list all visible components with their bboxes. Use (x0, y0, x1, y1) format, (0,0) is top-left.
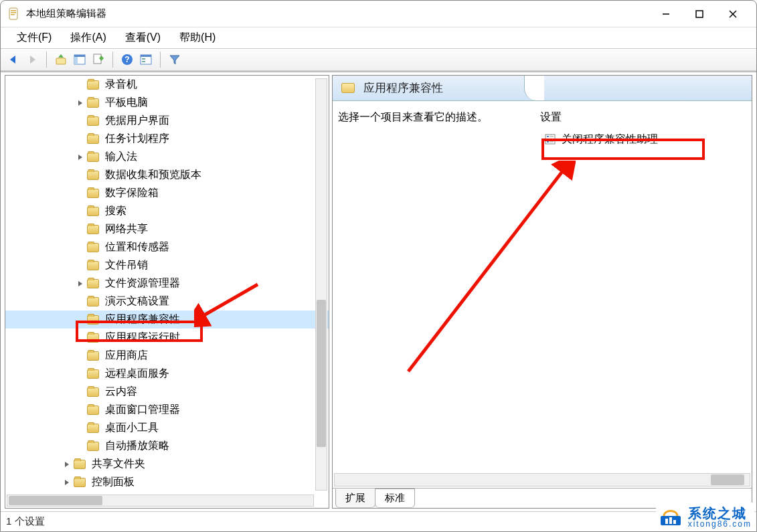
menu-file[interactable]: 文件(F) (7, 28, 61, 48)
svg-rect-20 (547, 136, 549, 137)
tree-item[interactable]: 凭据用户界面 (5, 112, 329, 130)
svg-rect-25 (550, 141, 554, 143)
tree-item[interactable]: 文件吊销 (5, 256, 329, 274)
details-header: 应用程序兼容性 (333, 76, 752, 101)
tree-item[interactable]: 搜索 (5, 202, 329, 220)
tree-item[interactable]: 控制面板 (5, 473, 329, 491)
folder-icon (86, 133, 100, 145)
watermark: 系统之城 xitong86.com (656, 503, 754, 529)
tree-item-label: 控制面板 (92, 475, 135, 489)
expand-icon[interactable] (76, 98, 85, 108)
tree-item[interactable]: 网络共享 (5, 220, 329, 238)
tree-item[interactable]: 应用商店 (5, 347, 329, 365)
tree-item-label: 桌面窗口管理器 (105, 403, 180, 417)
tree-item[interactable]: 桌面小工具 (5, 419, 329, 437)
tree-item-label: 文件吊销 (105, 258, 148, 272)
svg-rect-17 (142, 58, 145, 60)
svg-rect-10 (74, 55, 85, 57)
tree-item[interactable]: 云内容 (5, 383, 329, 401)
svg-rect-21 (547, 139, 549, 140)
tree-item[interactable]: 桌面窗口管理器 (5, 401, 329, 419)
tab-extended[interactable]: 扩展 (335, 489, 375, 508)
tree-item-label: 平板电脑 (105, 96, 148, 110)
app-icon (7, 7, 19, 21)
tree-item[interactable]: 共享文件夹 (5, 455, 329, 473)
folder-icon (86, 205, 100, 217)
folder-icon (86, 187, 100, 199)
menu-help[interactable]: 帮助(H) (170, 28, 225, 48)
tree-item-label: 网络共享 (105, 222, 148, 236)
menubar: 文件(F) 操作(A) 查看(V) 帮助(H) (1, 27, 756, 49)
scrollbar-thumb[interactable] (317, 300, 326, 447)
scrollbar-thumb[interactable] (711, 474, 744, 485)
export-button[interactable] (90, 51, 107, 68)
filter-button[interactable] (166, 51, 183, 68)
tree-item[interactable]: 位置和传感器 (5, 238, 329, 256)
expand-icon[interactable] (76, 279, 85, 288)
svg-rect-30 (669, 517, 672, 524)
menu-view[interactable]: 查看(V) (116, 28, 170, 48)
column-header-setting[interactable]: 设置 (540, 110, 562, 124)
tree-item[interactable]: 自动播放策略 (5, 437, 329, 455)
tree-item[interactable]: 文件资源管理器 (5, 274, 329, 292)
help-button[interactable]: ? (118, 51, 136, 68)
horizontal-scrollbar[interactable] (7, 495, 314, 507)
expand-icon[interactable] (76, 153, 85, 162)
back-button[interactable] (5, 51, 22, 68)
tree-item-label: 桌面小工具 (105, 421, 159, 435)
folder-icon (341, 82, 355, 95)
tree-item-label: 输入法 (105, 150, 137, 164)
close-button[interactable] (716, 4, 750, 24)
folder-icon (86, 115, 100, 127)
svg-rect-22 (547, 141, 549, 143)
folder-icon (86, 169, 100, 181)
watermark-url: xitong86.com (688, 520, 752, 528)
folder-icon (86, 151, 100, 163)
folder-icon (73, 476, 86, 489)
tab-standard[interactable]: 标准 (375, 489, 415, 508)
tree-item[interactable]: 应用程序运行时 (5, 329, 329, 347)
svg-rect-1 (11, 10, 16, 11)
properties-button[interactable] (137, 51, 155, 68)
expand-icon[interactable] (62, 460, 72, 469)
tree-item-label: 应用程序兼容性 (105, 313, 180, 327)
policy-setting-item[interactable]: 关闭程序兼容性助理 (540, 130, 662, 148)
forward-button[interactable] (23, 51, 41, 68)
description-text: 选择一个项目来查看它的描述。 (338, 110, 488, 124)
tree-item-label: 位置和传感器 (105, 240, 169, 254)
details-horizontal-scrollbar[interactable] (334, 473, 750, 486)
maximize-button[interactable] (683, 4, 716, 24)
show-hide-tree-button[interactable] (71, 51, 88, 68)
folder-icon (86, 332, 100, 344)
tree-item[interactable]: 远程桌面服务 (5, 365, 329, 383)
tree-item[interactable]: 演示文稿设置 (5, 292, 329, 311)
folder-icon (86, 368, 100, 380)
tree-item[interactable]: 数字保险箱 (5, 184, 329, 202)
minimize-button[interactable] (649, 4, 683, 24)
folder-icon (86, 404, 100, 416)
details-title: 应用程序兼容性 (363, 80, 443, 96)
policy-icon (544, 133, 556, 145)
tree-view[interactable]: 录音机平板电脑凭据用户界面任务计划程序输入法数据收集和预览版本数字保险箱搜索网络… (5, 76, 329, 493)
up-button[interactable] (52, 51, 70, 68)
tree-item-label: 应用商店 (105, 349, 148, 363)
folder-icon (86, 79, 100, 91)
tree-item-label: 数据收集和预览版本 (105, 168, 201, 182)
expand-icon[interactable] (62, 478, 72, 487)
tree-item[interactable]: 录音机 (5, 76, 329, 94)
svg-rect-16 (141, 55, 151, 57)
menu-action[interactable]: 操作(A) (61, 28, 115, 48)
tree-item-label: 应用程序运行时 (105, 331, 180, 345)
svg-rect-24 (550, 139, 554, 140)
scrollbar-thumb[interactable] (9, 496, 102, 505)
svg-rect-23 (550, 136, 554, 137)
tree-item[interactable]: 平板电脑 (5, 94, 329, 112)
tree-item[interactable]: 任务计划程序 (5, 130, 329, 148)
watermark-logo-icon (659, 504, 683, 528)
tree-item[interactable]: 输入法 (5, 148, 329, 166)
tree-item-label: 远程桌面服务 (105, 367, 169, 381)
tree-item-label: 云内容 (105, 385, 137, 399)
tree-item[interactable]: 数据收集和预览版本 (5, 166, 329, 184)
vertical-scrollbar[interactable] (315, 78, 327, 491)
tree-item[interactable]: 应用程序兼容性 (5, 311, 329, 329)
